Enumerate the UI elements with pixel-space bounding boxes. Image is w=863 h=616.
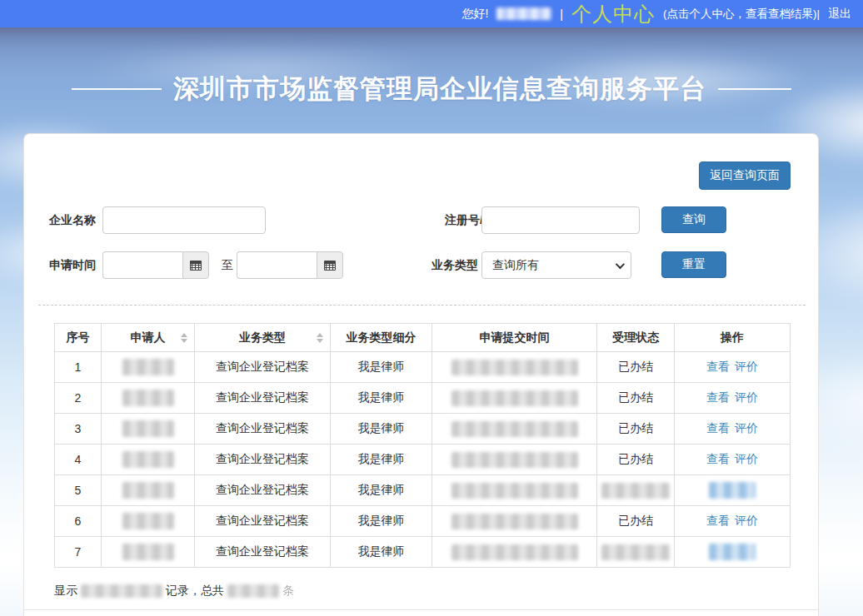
cell-actions: 查看评价 xyxy=(675,352,791,383)
column-header[interactable]: 业务类型 xyxy=(195,324,331,352)
greeting-text: 您好! xyxy=(461,7,488,22)
cell-applicant xyxy=(102,537,195,568)
evaluate-link[interactable]: 评价 xyxy=(735,452,758,465)
redacted-content xyxy=(122,359,174,375)
calendar-button-to[interactable] xyxy=(317,251,343,279)
redacted-content xyxy=(451,390,578,406)
view-link[interactable]: 查看 xyxy=(706,421,730,435)
table-row: 6查询企业登记档案我是律师已办结查看评价 xyxy=(55,506,791,537)
cell-business-subtype: 我是律师 xyxy=(331,445,432,475)
apply-time-from-input[interactable] xyxy=(102,251,182,279)
cell-index: 1 xyxy=(55,352,102,383)
cell-business-subtype: 我是律师 xyxy=(331,352,432,383)
personal-center-hint: (点击个人中心，查看查档结果)| xyxy=(663,7,820,22)
apply-time-from-group xyxy=(102,251,209,279)
view-link[interactable]: 查看 xyxy=(706,514,730,527)
title-line-left xyxy=(72,88,162,90)
redacted-content xyxy=(601,483,670,499)
cell-actions: 查看评价 xyxy=(675,445,791,475)
column-header: 受理状态 xyxy=(597,324,675,352)
redacted-content xyxy=(451,360,578,375)
column-header-label: 操作 xyxy=(721,330,744,344)
table-row: 7查询企业登记档案我是律师 xyxy=(55,537,791,568)
cell-applicant xyxy=(102,475,195,506)
record-total-redacted xyxy=(227,584,279,598)
records-summary: 显示 记录，总共 条 xyxy=(54,584,294,599)
cell-submit-time xyxy=(432,445,597,475)
column-header: 业务类型细分 xyxy=(331,324,432,352)
cell-index: 6 xyxy=(55,506,102,537)
column-header[interactable]: 申请人 xyxy=(102,324,195,352)
business-type-label: 业务类型 xyxy=(432,251,478,279)
reg-no-input[interactable] xyxy=(481,206,640,234)
logout-link[interactable]: 退出 xyxy=(828,7,851,22)
query-button[interactable]: 查询 xyxy=(661,206,726,233)
cell-applicant xyxy=(102,383,195,414)
personal-center-link[interactable]: 个人中心 xyxy=(571,1,655,27)
redacted-content xyxy=(122,420,174,437)
reset-button[interactable]: 重置 xyxy=(661,251,726,278)
calendar-button-from[interactable] xyxy=(182,251,209,279)
summary-prefix: 显示 xyxy=(54,584,77,599)
sort-icon[interactable] xyxy=(181,333,187,343)
back-to-query-button[interactable]: 返回查询页面 xyxy=(699,161,791,190)
cell-applicant xyxy=(102,445,195,475)
chevron-down-icon xyxy=(616,259,625,268)
table-row: 5查询企业登记档案我是律师 xyxy=(55,475,791,506)
cell-status: 已办结 xyxy=(597,445,675,475)
evaluate-link[interactable]: 评价 xyxy=(735,360,758,373)
evaluate-link[interactable]: 评价 xyxy=(735,390,758,404)
table-row: 1查询企业登记档案我是律师已办结查看评价 xyxy=(55,352,791,383)
cell-business-type: 查询企业登记档案 xyxy=(195,537,331,568)
cell-business-subtype: 我是律师 xyxy=(331,383,432,414)
cell-submit-time xyxy=(432,383,597,414)
column-header: 操作 xyxy=(675,324,791,352)
cell-submit-time xyxy=(432,506,597,537)
cell-status xyxy=(597,537,675,568)
cell-business-type: 查询企业登记档案 xyxy=(195,506,331,537)
redacted-content xyxy=(601,544,670,560)
content-panel: 返回查询页面 企业名称 注册号/统一信用代码 查询 申请时间 至 业务类型 查询… xyxy=(23,133,819,616)
cell-business-type: 查询企业登记档案 xyxy=(195,414,331,445)
evaluate-link[interactable]: 评价 xyxy=(735,514,758,527)
cell-submit-time xyxy=(432,352,597,383)
cell-business-subtype: 我是律师 xyxy=(331,537,432,568)
cell-business-subtype: 我是律师 xyxy=(331,506,432,537)
summary-middle: 记录，总共 xyxy=(166,584,224,599)
panel-bottom-divider xyxy=(24,609,818,610)
column-header-label: 序号 xyxy=(67,330,90,344)
company-name-input[interactable] xyxy=(102,206,266,234)
summary-suffix: 条 xyxy=(282,584,294,599)
column-header-label: 申请提交时间 xyxy=(480,330,550,344)
cell-index: 4 xyxy=(55,445,102,475)
calendar-icon xyxy=(190,261,202,271)
date-range-to-label: 至 xyxy=(222,251,233,279)
top-user-bar: 您好! | 个人中心 (点击个人中心，查看查档结果)| 退出 xyxy=(0,0,863,27)
cell-status: 已办结 xyxy=(597,352,675,383)
cell-status xyxy=(597,475,675,506)
cell-submit-time xyxy=(432,475,597,506)
redacted-content xyxy=(451,452,578,468)
page-header: 深圳市市场监督管理局企业信息查询服务平台 xyxy=(0,72,863,107)
evaluate-link[interactable]: 评价 xyxy=(735,421,758,435)
redacted-content xyxy=(451,483,578,499)
calendar-icon xyxy=(324,261,336,271)
business-type-select[interactable]: 查询所有 xyxy=(481,251,631,279)
table-row: 4查询企业登记档案我是律师已办结查看评价 xyxy=(55,445,791,475)
cell-status: 已办结 xyxy=(597,506,675,537)
view-link[interactable]: 查看 xyxy=(706,452,730,465)
view-link[interactable]: 查看 xyxy=(706,390,730,404)
redacted-content xyxy=(709,482,756,499)
sort-icon[interactable] xyxy=(317,333,323,343)
redacted-content xyxy=(451,514,578,529)
apply-time-to-input[interactable] xyxy=(237,251,317,279)
cell-index: 2 xyxy=(55,383,102,414)
cell-business-type: 查询企业登记档案 xyxy=(195,352,331,383)
table-header-row: 序号申请人业务类型业务类型细分申请提交时间受理状态操作 xyxy=(55,324,791,352)
cell-business-subtype: 我是律师 xyxy=(331,475,432,506)
cell-submit-time xyxy=(432,414,597,445)
redacted-content xyxy=(122,390,174,406)
cell-status: 已办结 xyxy=(597,414,675,445)
view-link[interactable]: 查看 xyxy=(706,360,730,373)
redacted-content xyxy=(122,482,174,499)
